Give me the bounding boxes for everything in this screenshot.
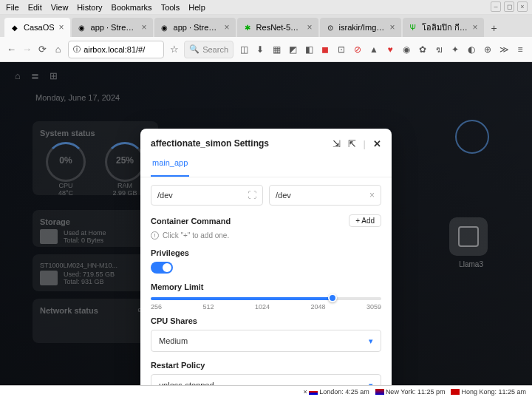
- cpu-shares-select[interactable]: Medium ▾: [151, 330, 381, 352]
- storage-used: Used: 719.55 GB: [64, 271, 115, 278]
- address-bar[interactable]: ⓘ airbox.local:81/#/: [68, 41, 164, 58]
- privileges-label: Privileges: [151, 248, 381, 257]
- tab-favicon-icon: ◆: [10, 23, 19, 32]
- widget-icon[interactable]: ⊞: [50, 70, 58, 81]
- restart-policy-label: Restart Policy: [151, 361, 381, 370]
- import-icon[interactable]: ⇲: [332, 138, 341, 149]
- input-value: /dev: [157, 191, 173, 200]
- page-content: ⌂ ≣ ⊞ Monday, June 17, 2024 System statu…: [0, 62, 532, 385]
- disk-name: ST1000LM024_HN-M10...: [40, 262, 151, 269]
- ext-icon[interactable]: ⊘: [352, 44, 364, 55]
- export-icon[interactable]: ⇱: [348, 138, 356, 149]
- reload-button[interactable]: ⟳: [37, 43, 48, 56]
- ext-icon[interactable]: ◼: [319, 44, 331, 55]
- tab-thai[interactable]: Ψ โอลิมปิก กีฬาสมานฉ ×: [403, 18, 484, 37]
- ext-icon[interactable]: ◫: [238, 44, 250, 55]
- tab-close-icon[interactable]: ×: [142, 22, 147, 33]
- panel-title: Storage: [40, 217, 151, 226]
- tab-streamlit-2[interactable]: ◉ app · Streamlit ×: [154, 18, 236, 37]
- ext-icon[interactable]: ฆ: [433, 44, 445, 55]
- settings-modal: affectionate_simon Settings ⇲ ⇱ | ✕ main…: [140, 129, 392, 397]
- sync-icon[interactable]: [455, 120, 489, 154]
- hamburger-menu-icon[interactable]: ≡: [514, 44, 526, 55]
- close-icon[interactable]: ✕: [373, 138, 381, 149]
- search-bar[interactable]: 🔍 Search: [184, 41, 233, 58]
- hint-text: Click "+" to add one.: [163, 231, 229, 240]
- tab-close-icon[interactable]: ×: [225, 22, 230, 33]
- panel-title: Network status: [40, 306, 98, 315]
- tab-favicon-icon: ◉: [160, 23, 169, 32]
- tab-close-icon[interactable]: ×: [59, 22, 64, 33]
- tab-close-icon[interactable]: ×: [473, 22, 478, 33]
- app-icon[interactable]: ⌂: [15, 70, 21, 81]
- ext-icon[interactable]: ◩: [287, 44, 299, 55]
- ext-icon[interactable]: ▲: [368, 44, 380, 55]
- tick: 512: [202, 303, 214, 311]
- dashboard-date: Monday, June 17, 2024: [0, 93, 532, 102]
- app-tile[interactable]: [449, 217, 488, 256]
- new-tab-button[interactable]: +: [485, 19, 503, 37]
- ext-icon[interactable]: ✿: [417, 44, 429, 55]
- ext-icon[interactable]: ✦: [449, 44, 461, 55]
- ram-size: 2.99 GB: [105, 189, 145, 197]
- cpu-temp: 48°C: [46, 189, 86, 197]
- tab-close-icon[interactable]: ×: [390, 22, 395, 33]
- menu-view[interactable]: View: [51, 3, 69, 12]
- forward-button[interactable]: →: [21, 43, 33, 56]
- window-minimize-icon[interactable]: –: [491, 1, 501, 12]
- tab-resnet[interactable]: ✱ ResNet-50 Object C ×: [237, 18, 318, 37]
- ext-icon[interactable]: ◉: [400, 44, 412, 55]
- device-path-input-1[interactable]: /dev ⛶: [151, 185, 263, 206]
- menu-history[interactable]: History: [77, 3, 102, 12]
- ext-icon[interactable]: ◧: [303, 44, 315, 55]
- tab-close-icon[interactable]: ×: [307, 22, 313, 33]
- window-maximize-icon[interactable]: ◻: [504, 1, 514, 12]
- memory-slider[interactable]: [151, 297, 381, 300]
- box-icon: [458, 226, 479, 247]
- menu-tools[interactable]: Tools: [161, 3, 180, 12]
- tab-label: app · Streamlit: [174, 23, 220, 32]
- download-icon[interactable]: ⬇: [254, 44, 266, 55]
- menu-edit[interactable]: Edit: [28, 3, 42, 12]
- ext-icon[interactable]: ⊕: [482, 44, 494, 55]
- device-path-input-2[interactable]: /dev ×: [269, 185, 381, 206]
- tab-casaos[interactable]: ◆ CasaOS ×: [4, 18, 70, 37]
- info-icon: ⓘ: [73, 44, 81, 55]
- tab-main-app[interactable]: main_app: [151, 158, 189, 177]
- home-button[interactable]: ⌂: [52, 43, 64, 56]
- ext-icon[interactable]: ♥: [384, 44, 396, 55]
- back-button[interactable]: ←: [6, 43, 17, 56]
- storage-used: Used at Home: [64, 229, 106, 237]
- tab-github[interactable]: ⊙ israkir/ImgSearch: A ×: [320, 18, 401, 37]
- storage-total: Total: 931 GB: [64, 278, 115, 285]
- add-command-button[interactable]: + Add: [349, 214, 381, 227]
- slider-thumb[interactable]: [328, 293, 337, 302]
- ext-icon[interactable]: ⊡: [335, 44, 347, 55]
- tab-favicon-icon: Ψ: [409, 23, 417, 32]
- panel-title: System status: [40, 129, 151, 138]
- dash-icon[interactable]: ≣: [31, 70, 39, 81]
- tab-label: CasaOS: [24, 23, 55, 32]
- browser-urlbar: ← → ⟳ ⌂ ⓘ airbox.local:81/#/ ☆ 🔍 Search …: [0, 37, 532, 62]
- privileges-toggle[interactable]: [151, 262, 173, 274]
- url-text: airbox.local:81/#/: [83, 45, 145, 54]
- clear-icon[interactable]: ×: [369, 190, 375, 200]
- bookmark-star-icon[interactable]: ☆: [168, 43, 180, 56]
- ext-icon[interactable]: ◐: [466, 44, 477, 55]
- menu-file[interactable]: File: [6, 3, 19, 12]
- expand-icon[interactable]: ⛶: [248, 190, 256, 200]
- container-command-label: Container Command: [151, 217, 231, 225]
- menu-bookmarks[interactable]: Bookmarks: [112, 3, 152, 12]
- slider-fill: [151, 297, 330, 300]
- disk-icon: [40, 229, 58, 244]
- ram-label: RAM: [105, 182, 145, 189]
- menu-help[interactable]: Help: [188, 3, 205, 12]
- storage-total: Total: 0 Bytes: [64, 237, 106, 244]
- window-close-icon[interactable]: ×: [517, 1, 528, 12]
- storage-panel-1: Storage Used at Home Total: 0 Bytes: [33, 210, 158, 247]
- tab-streamlit-1[interactable]: ◉ app · Streamlit ×: [72, 18, 153, 37]
- modal-header: affectionate_simon Settings ⇲ ⇱ | ✕: [140, 129, 392, 158]
- memory-limit-label: Memory Limit: [151, 282, 381, 291]
- ext-icon[interactable]: ▦: [270, 44, 282, 55]
- extensions-button[interactable]: ≫: [498, 44, 510, 55]
